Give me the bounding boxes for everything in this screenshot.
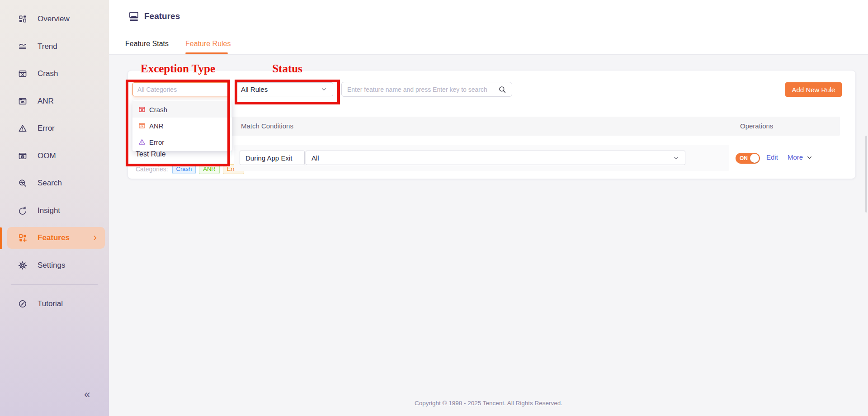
rule-name: Test Rule [136, 150, 166, 158]
anr-window-icon [138, 122, 146, 129]
crash-window-icon [138, 106, 146, 113]
status-filter-value: All Rules [241, 85, 268, 93]
anr-window-icon [18, 97, 27, 106]
toggle-knob [750, 154, 759, 163]
sidebar-item-label: Trend [38, 42, 57, 51]
sidebar-item-label: ANR [38, 97, 54, 106]
sidebar-item-label: Features [38, 233, 70, 242]
sidebar-item-settings[interactable]: Settings [0, 252, 109, 279]
table-header: Match Conditions Operations [133, 117, 840, 136]
scrollbar-thumb[interactable] [865, 136, 867, 213]
column-match-conditions: Match Conditions [241, 117, 293, 136]
status-filter-select[interactable]: All Rules [235, 82, 333, 96]
copyright-footer: Copyright © 1998 - 2025 Tencent. All Rig… [109, 400, 868, 407]
error-triangle-icon [138, 138, 146, 146]
more-actions-label: More [788, 153, 803, 161]
scope-select-value: All [311, 154, 319, 162]
chevron-down-icon [806, 154, 813, 161]
trigger-select-value: During App Exit [245, 154, 292, 162]
sidebar-item-label: OOM [38, 151, 56, 161]
sidebar-item-label: Settings [38, 261, 65, 270]
oom-window-icon [18, 151, 27, 161]
page-title-row: Features [128, 11, 180, 22]
dropdown-option-crash[interactable]: Crash [132, 101, 232, 118]
insight-pie-icon [18, 206, 27, 215]
trigger-select[interactable]: During App Exit [240, 151, 305, 165]
toggle-state-label: ON [740, 155, 748, 161]
dropdown-option-anr[interactable]: ANR [132, 118, 232, 134]
sidebar-item-oom[interactable]: OOM [0, 142, 109, 170]
chevron-down-icon [321, 86, 327, 93]
tag-crash: Crash [172, 164, 196, 174]
rule-categories-line: Categories: Crash ANR Error [136, 164, 247, 174]
crash-window-icon [18, 69, 27, 78]
sidebar-item-label: Crash [38, 69, 58, 78]
search-magnifier-icon [18, 179, 27, 188]
sidebar-item-crash[interactable]: Crash [0, 60, 109, 88]
collapse-chevrons-icon: « [84, 388, 90, 400]
category-dropdown-panel: Crash ANR Error [132, 100, 232, 151]
chevron-down-icon [673, 155, 679, 161]
bugly-features-page: Overview Trend Crash [0, 0, 868, 416]
categories-label: Categories: [136, 165, 168, 173]
dropdown-option-error[interactable]: Error [132, 134, 232, 150]
overview-grid-icon [18, 14, 27, 24]
feature-search-input[interactable] [347, 86, 498, 93]
error-triangle-icon [18, 124, 27, 133]
sidebar-item-label: Error [38, 124, 55, 133]
scope-select[interactable]: All [306, 151, 685, 165]
page-header: Features Feature Stats Feature Rules [109, 0, 868, 55]
tab-feature-stats[interactable]: Feature Stats [125, 40, 169, 48]
sidebar-item-error[interactable]: Error [0, 115, 109, 142]
sidebar-item-search[interactable]: Search [0, 170, 109, 197]
sidebar-item-insight[interactable]: Insight [0, 197, 109, 225]
rule-enabled-toggle[interactable]: ON [736, 153, 760, 164]
more-actions-link[interactable]: More [788, 153, 813, 161]
edit-rule-link[interactable]: Edit [766, 153, 778, 161]
dropdown-option-label: Error [149, 138, 164, 146]
sidebar-item-overview[interactable]: Overview [0, 5, 109, 33]
sidebar: Overview Trend Crash [0, 0, 109, 416]
dropdown-option-label: ANR [149, 122, 164, 130]
category-filter-input[interactable] [132, 82, 229, 96]
active-item-indicator [0, 227, 2, 249]
sidebar-item-label: Tutorial [38, 299, 63, 308]
active-tab-underline [185, 52, 228, 54]
sidebar-nav: Overview Trend Crash [0, 0, 109, 279]
sidebar-item-label: Insight [38, 206, 60, 215]
page-title: Features [144, 11, 180, 21]
column-operations: Operations [740, 117, 773, 136]
features-display-icon [128, 11, 139, 22]
sidebar-item-tutorial[interactable]: Tutorial [0, 292, 109, 316]
sidebar-collapse-button[interactable]: « [84, 388, 90, 401]
sidebar-item-features[interactable]: Features [7, 227, 105, 249]
tutorial-compass-icon [18, 299, 27, 308]
features-grid-plus-icon [18, 233, 27, 242]
trend-chart-icon [18, 42, 27, 51]
tag-anr: ANR [199, 164, 219, 174]
sidebar-item-label: Overview [38, 14, 70, 24]
tab-feature-rules[interactable]: Feature Rules [185, 40, 231, 48]
sidebar-divider [11, 284, 98, 285]
search-icon[interactable] [498, 85, 506, 94]
settings-gear-icon [18, 261, 27, 270]
sidebar-item-trend[interactable]: Trend [0, 33, 109, 61]
add-new-rule-button[interactable]: Add New Rule [785, 82, 842, 97]
chevron-right-icon [91, 234, 99, 241]
dropdown-option-label: Crash [149, 106, 167, 113]
sidebar-item-anr[interactable]: ANR [0, 88, 109, 115]
feature-search-box [341, 82, 512, 97]
sidebar-item-label: Search [38, 179, 62, 188]
